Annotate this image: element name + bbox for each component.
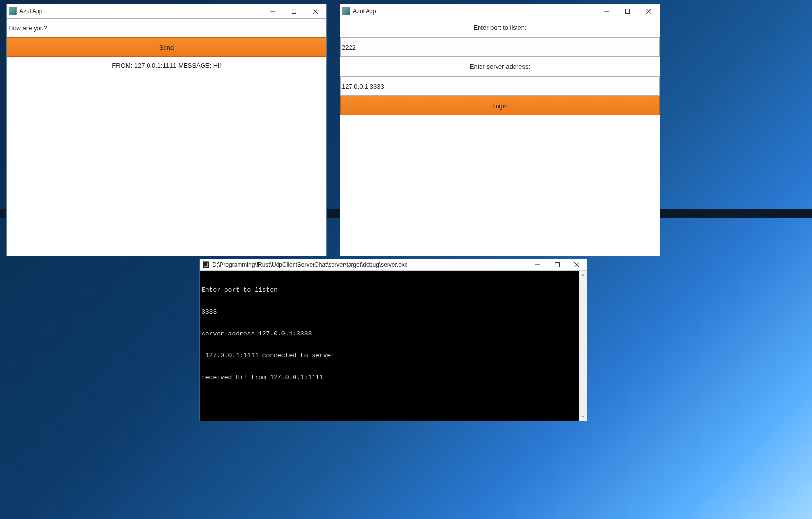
login-button[interactable]: Login (340, 96, 660, 115)
minimize-icon (604, 9, 609, 14)
maximize-button[interactable] (548, 259, 567, 270)
minimize-button[interactable] (595, 4, 617, 18)
close-icon (313, 9, 318, 14)
minimize-icon (270, 9, 275, 14)
titlebar[interactable]: Azul App (340, 4, 660, 18)
app-icon (342, 7, 350, 15)
console-line: server address 127.0.0.1:3333 (202, 330, 585, 337)
window-title: Azul App (353, 8, 595, 15)
login-window: Azul App Enter port to listen: Enter ser… (340, 4, 660, 256)
console-line: Enter port to listen (202, 286, 585, 294)
client-area: Enter port to listen: Enter server addre… (340, 18, 660, 256)
svg-rect-1 (292, 9, 296, 13)
minimize-button[interactable] (528, 259, 548, 270)
close-icon (646, 9, 651, 14)
client-area: Send FROM: 127.0.0.1:1111 MESSAGE: Hi! (7, 18, 326, 256)
app-icon (9, 7, 17, 15)
window-controls (528, 259, 587, 270)
scroll-up-icon[interactable]: ▴ (579, 271, 587, 278)
close-icon (574, 262, 579, 267)
maximize-icon (555, 262, 560, 267)
maximize-icon (292, 9, 296, 14)
console-icon (203, 261, 209, 268)
message-line: FROM: 127.0.0.1:1111 MESSAGE: Hi! (9, 62, 324, 69)
titlebar[interactable]: D:\Programming\!Rust\UdpClientServerChat… (200, 259, 587, 271)
console-line: 127.0.0.1:1111 connected to server (202, 352, 585, 359)
window-title: Azul App (19, 8, 262, 15)
console-output[interactable]: Enter port to listen 3333 server address… (200, 271, 587, 421)
maximize-button[interactable] (617, 4, 638, 18)
console-window: D:\Programming\!Rust\UdpClientServerChat… (199, 259, 587, 421)
server-input[interactable] (340, 76, 660, 96)
svg-rect-9 (555, 262, 560, 267)
close-button[interactable] (567, 259, 587, 270)
message-input[interactable] (7, 18, 326, 37)
port-label: Enter port to listen: (340, 18, 660, 37)
close-button[interactable] (638, 4, 660, 18)
window-title: D:\Programming\!Rust\UdpClientServerChat… (212, 261, 528, 268)
console-line: 3333 (202, 308, 585, 315)
scrollbar[interactable]: ▴ ▾ (579, 271, 587, 421)
svg-rect-5 (626, 9, 630, 13)
server-label: Enter server address: (340, 57, 660, 76)
empty-area (340, 115, 660, 256)
messages-area: FROM: 127.0.0.1:1111 MESSAGE: Hi! (7, 57, 326, 256)
window-controls (595, 4, 660, 18)
maximize-icon (625, 9, 630, 14)
port-input[interactable] (340, 37, 660, 57)
chat-window: Azul App Send FROM: 127.0.0.1:1111 MESSA… (6, 4, 327, 256)
console-line: received Hi! from 127.0.0.1:1111 (202, 374, 585, 381)
minimize-button[interactable] (262, 4, 283, 18)
titlebar[interactable]: Azul App (7, 4, 326, 18)
scroll-down-icon[interactable]: ▾ (579, 413, 587, 421)
minimize-icon (535, 262, 540, 267)
send-button[interactable]: Send (7, 37, 326, 57)
window-controls (262, 4, 326, 18)
close-button[interactable] (305, 4, 326, 18)
maximize-button[interactable] (283, 4, 305, 18)
